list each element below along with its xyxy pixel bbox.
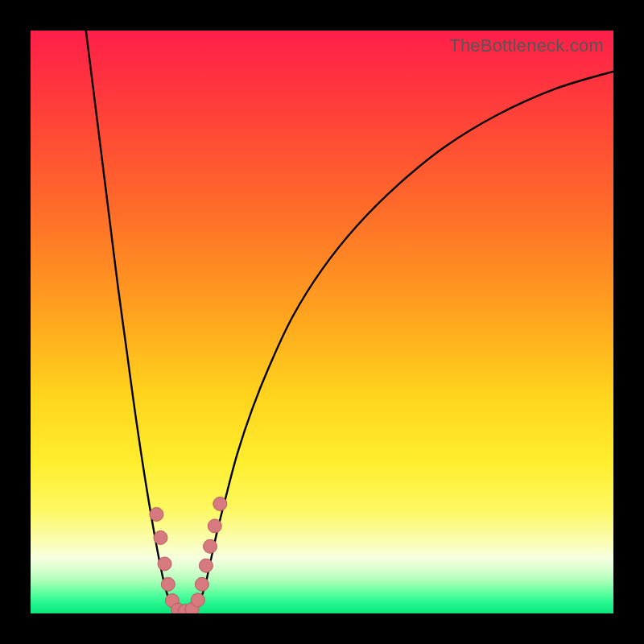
curve-layer	[31, 31, 613, 613]
data-marker	[154, 530, 167, 544]
data-marker	[199, 559, 213, 572]
data-marker	[195, 577, 208, 591]
data-marker	[150, 507, 163, 521]
data-marker	[191, 593, 204, 607]
bottleneck-curve	[86, 31, 613, 613]
chart-frame: TheBottleneck.com	[0, 0, 644, 644]
plot-area: TheBottleneck.com	[31, 31, 613, 613]
data-marker	[203, 539, 217, 553]
data-marker	[161, 577, 175, 591]
data-marker	[208, 519, 221, 533]
data-marker	[158, 557, 171, 571]
data-marker	[213, 497, 227, 510]
